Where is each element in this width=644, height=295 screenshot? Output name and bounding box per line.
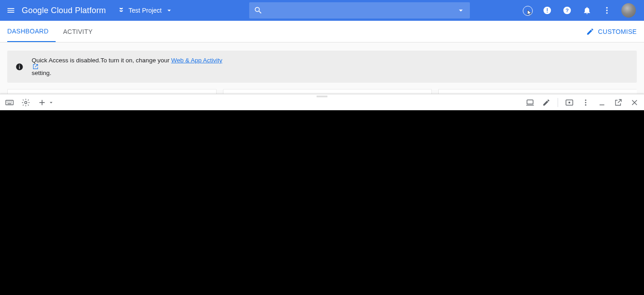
plus-icon (38, 98, 47, 107)
product-logo: Google Cloud Platform (22, 6, 106, 15)
svg-point-18 (585, 104, 587, 105)
svg-point-16 (585, 99, 587, 101)
notifications-button[interactable] (582, 5, 592, 16)
svg-rect-10 (19, 65, 20, 66)
svg-rect-1 (547, 8, 548, 11)
minimize-button[interactable] (597, 98, 607, 108)
svg-rect-19 (600, 104, 605, 105)
project-picker[interactable]: Test Project (114, 5, 177, 16)
open-new-window-button[interactable] (613, 98, 623, 108)
terminal-area[interactable] (0, 110, 644, 295)
header-actions: ? (522, 3, 644, 18)
more-button[interactable] (601, 5, 612, 16)
close-icon (630, 98, 639, 107)
resize-handle[interactable] (317, 96, 327, 97)
open-in-new-icon (614, 98, 622, 107)
keyboard-icon (5, 98, 14, 107)
customise-label: CUSTOMISE (598, 28, 637, 35)
pencil-icon (542, 98, 550, 107)
info-icon (15, 63, 24, 71)
menu-button[interactable] (0, 6, 22, 15)
help-button[interactable]: ? (562, 5, 573, 16)
svg-point-5 (606, 7, 607, 9)
cursor-icon (526, 9, 533, 16)
search-input[interactable] (249, 2, 470, 19)
shell-more-button[interactable] (581, 98, 591, 108)
account-avatar[interactable] (621, 3, 636, 18)
top-header: Google Cloud Platform Test Project ? (0, 0, 644, 21)
banner-text: Quick Access is disabled.To turn it on, … (32, 57, 222, 76)
svg-point-6 (606, 9, 607, 11)
web-preview-button[interactable] (564, 98, 574, 108)
project-name: Test Project (128, 7, 161, 14)
alerts-button[interactable] (542, 5, 553, 16)
project-scope-icon (118, 7, 125, 14)
tab-bar: DASHBOARD ACTIVITY CUSTOMISE (0, 21, 644, 42)
cloud-shell-toolbar (0, 94, 644, 110)
help-icon: ? (563, 6, 572, 15)
alert-icon (543, 6, 552, 15)
new-tab-dropdown[interactable] (48, 98, 54, 108)
svg-rect-13 (527, 100, 533, 104)
search-icon (254, 6, 263, 15)
close-button[interactable] (630, 98, 639, 108)
dashboard-content: Quick Access is disabled.To turn it on, … (0, 42, 644, 94)
svg-point-12 (25, 101, 27, 103)
info-banner: Quick Access is disabled.To turn it on, … (7, 51, 637, 83)
tab-activity[interactable]: ACTIVITY (56, 21, 99, 42)
minimize-icon (598, 98, 606, 107)
external-link-icon (33, 64, 38, 70)
edit-button[interactable] (541, 98, 551, 108)
cloud-shell-button[interactable] (522, 5, 533, 16)
preview-icon (565, 98, 574, 107)
search-dropdown-icon[interactable] (456, 6, 465, 15)
laptop-icon (526, 98, 535, 107)
open-editor-button[interactable] (525, 98, 535, 108)
more-vert-icon (602, 6, 611, 15)
svg-rect-2 (547, 12, 548, 13)
keyboard-button[interactable] (5, 98, 14, 108)
new-tab-button[interactable] (37, 98, 47, 108)
cloud-shell-panel (0, 94, 644, 295)
dropdown-icon (165, 6, 173, 14)
bell-icon (582, 6, 592, 15)
dropdown-small-icon (48, 99, 54, 106)
hamburger-icon (6, 6, 15, 15)
svg-point-7 (606, 12, 607, 14)
svg-text:?: ? (565, 7, 568, 13)
tab-dashboard[interactable]: DASHBOARD (7, 21, 56, 42)
svg-point-15 (568, 101, 570, 103)
pencil-icon (586, 28, 594, 36)
svg-rect-9 (19, 66, 20, 69)
gear-icon (21, 98, 30, 107)
settings-button[interactable] (21, 98, 31, 108)
more-vert-icon (582, 98, 590, 107)
svg-point-17 (585, 102, 587, 103)
divider (558, 98, 558, 107)
customise-button[interactable]: CUSTOMISE (586, 21, 637, 42)
